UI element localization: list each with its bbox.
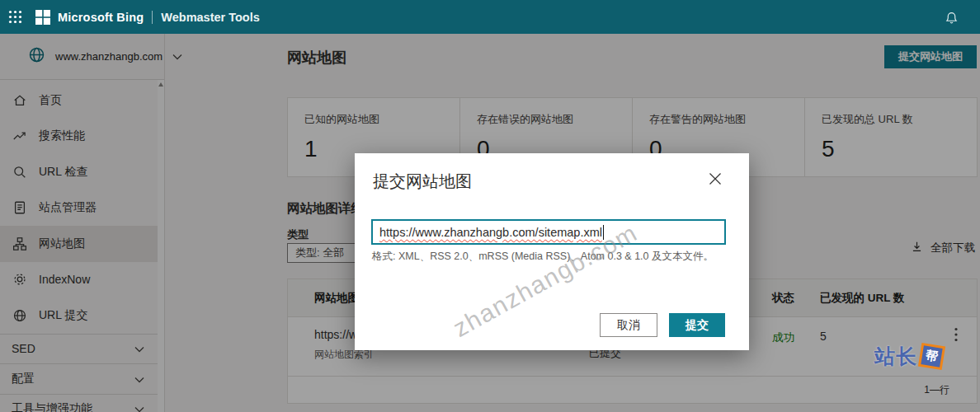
format-hint: 格式: XML、RSS 2.0、mRSS (Media RSS)、Atom 0.… — [372, 250, 714, 264]
sitemap-url-input[interactable]: https://www.zhanzhangb.com/sitemap.xml — [371, 219, 726, 245]
submit-button[interactable]: 提交 — [669, 313, 725, 337]
app-launcher-grid-icon[interactable] — [8, 10, 22, 24]
brand-title: Microsoft Bing — [58, 11, 144, 24]
microsoft-logo-icon — [35, 10, 50, 25]
product-title: Webmaster Tools — [161, 11, 260, 24]
cancel-button[interactable]: 取消 — [600, 313, 657, 337]
close-icon[interactable] — [709, 172, 722, 185]
bing-webmaster-tools-screen: Microsoft Bing Webmaster Tools www.zhanz… — [0, 0, 980, 412]
top-app-bar: Microsoft Bing Webmaster Tools — [0, 0, 980, 34]
dialog-title: 提交网站地图 — [373, 171, 472, 193]
brand-divider — [152, 11, 153, 24]
text-caret — [603, 225, 604, 240]
notifications-bell-icon[interactable] — [945, 10, 959, 25]
submit-sitemap-dialog: 提交网站地图 https://www.zhanzhangb.com/sitema… — [355, 153, 749, 350]
sitemap-url-value: https://www.zhanzhangb.com/sitemap.xml — [379, 226, 602, 239]
